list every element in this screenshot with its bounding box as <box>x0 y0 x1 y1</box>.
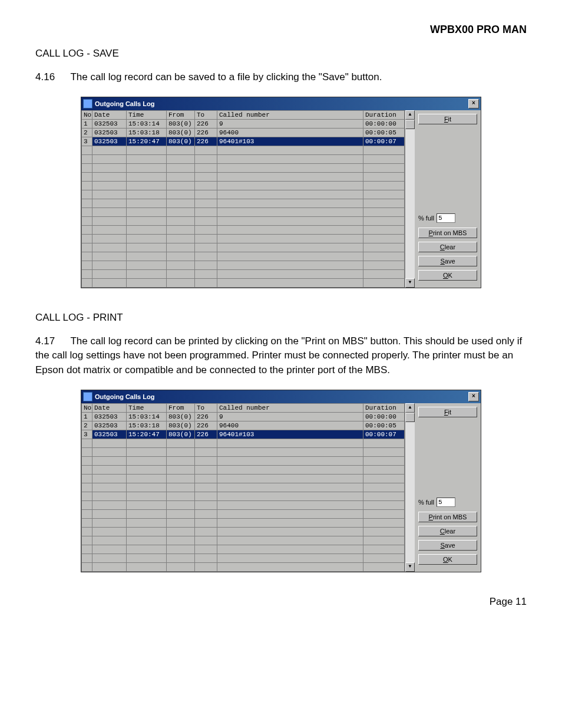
table-row[interactable]: 1 032503 15:03:14 803(0) 226 9 00:00:00 <box>82 412 405 421</box>
table-row[interactable]: 2 032503 15:03:18 803(0) 226 96400 00:00… <box>82 421 405 430</box>
col-called[interactable]: Called number <box>217 110 363 119</box>
table-row[interactable] <box>82 545 405 554</box>
pct-full-input[interactable]: 5 <box>437 498 455 507</box>
app-icon <box>83 392 92 401</box>
table-row[interactable] <box>82 562 405 571</box>
section-save-title: CALL LOG - SAVE <box>35 48 527 60</box>
close-icon[interactable]: × <box>468 392 479 401</box>
table-row[interactable] <box>82 234 405 243</box>
scroll-track[interactable] <box>405 422 415 562</box>
para-save: 4.16 The call log record can be saved to… <box>35 70 527 85</box>
grid-header-row: No Date Time From To Called number Durat… <box>82 110 405 119</box>
table-row-selected[interactable]: 3 032503 15:20:47 803(0) 226 96401#103 0… <box>82 430 405 439</box>
ok-button[interactable]: OK <box>418 554 477 565</box>
table-row[interactable] <box>82 439 405 447</box>
scroll-track[interactable] <box>405 129 415 278</box>
pct-full-label: % full <box>418 215 434 222</box>
fit-button[interactable]: Fit <box>418 114 477 124</box>
table-row[interactable]: 1 032503 15:03:14 803(0) 226 9 00:00:00 <box>82 119 405 128</box>
pct-full-label: % full <box>418 499 434 506</box>
col-time[interactable]: Time <box>127 110 167 119</box>
col-date[interactable]: Date <box>92 110 127 119</box>
side-panel: Fit % full 5 Print on MBS Clear Save OK <box>415 110 481 288</box>
pct-full-input[interactable]: 5 <box>437 213 455 223</box>
vertical-scrollbar[interactable]: ▲ ▼ <box>405 110 415 288</box>
col-date[interactable]: Date <box>92 403 127 412</box>
table-row[interactable] <box>82 509 405 518</box>
table-row[interactable] <box>82 492 405 500</box>
side-panel: Fit % full 5 Print on MBS Clear Save OK <box>415 403 481 572</box>
ok-button[interactable]: OK <box>418 270 477 281</box>
grid-header-row: No Date Time From To Called number Durat… <box>82 403 405 412</box>
para-print-text: The call log record can be printed by cl… <box>35 335 522 375</box>
table-row-selected[interactable]: 3 032503 15:20:47 803(0) 226 96401#103 0… <box>82 137 405 146</box>
outgoing-calls-log-window: Outgoing Calls Log × No Date Time From T… <box>81 390 481 572</box>
table-row[interactable] <box>82 225 405 234</box>
page-number: Page 11 <box>35 596 527 608</box>
table-row[interactable] <box>82 163 405 172</box>
table-row[interactable] <box>82 261 405 269</box>
window-title: Outgoing Calls Log <box>95 393 154 400</box>
table-row[interactable] <box>82 243 405 252</box>
col-called[interactable]: Called number <box>217 403 363 412</box>
table-row[interactable] <box>82 527 405 536</box>
col-to[interactable]: To <box>195 403 217 412</box>
app-icon <box>83 99 92 108</box>
table-row[interactable] <box>82 518 405 527</box>
col-no[interactable]: No <box>82 403 92 412</box>
table-row[interactable]: 2 032503 15:03:18 803(0) 226 96400 00:00… <box>82 128 405 137</box>
table-row[interactable] <box>82 474 405 483</box>
doc-header: WPBX00 PRO MAN <box>35 24 527 36</box>
table-row[interactable] <box>82 447 405 456</box>
table-row[interactable] <box>82 190 405 199</box>
table-row[interactable] <box>82 536 405 545</box>
col-dur[interactable]: Duration <box>363 110 405 119</box>
scroll-thumb[interactable] <box>405 413 415 422</box>
col-no[interactable]: No <box>82 110 92 119</box>
scroll-up-icon[interactable]: ▲ <box>405 110 415 120</box>
scroll-up-icon[interactable]: ▲ <box>405 403 415 413</box>
call-log-grid[interactable]: No Date Time From To Called number Durat… <box>81 403 405 572</box>
fit-button[interactable]: Fit <box>418 407 477 417</box>
call-log-grid[interactable]: No Date Time From To Called number Durat… <box>81 110 405 288</box>
scroll-thumb[interactable] <box>405 120 415 129</box>
col-from[interactable]: From <box>167 403 195 412</box>
para-print: 4.17 The call log record can be printed … <box>35 334 527 378</box>
section-print-title: CALL LOG - PRINT <box>35 312 527 324</box>
para-save-text: The call log record can be saved to a fi… <box>70 71 382 83</box>
table-row[interactable] <box>82 199 405 207</box>
table-row[interactable] <box>82 500 405 509</box>
table-row[interactable] <box>82 181 405 190</box>
scroll-down-icon[interactable]: ▼ <box>405 278 415 288</box>
save-button[interactable]: Save <box>418 540 477 551</box>
table-row[interactable] <box>82 252 405 261</box>
titlebar: Outgoing Calls Log × <box>81 97 481 110</box>
titlebar: Outgoing Calls Log × <box>81 390 481 403</box>
table-row[interactable] <box>82 207 405 216</box>
scroll-down-icon[interactable]: ▼ <box>405 562 415 572</box>
print-on-mbs-button[interactable]: Print on MBS <box>418 228 477 238</box>
col-time[interactable]: Time <box>127 403 167 412</box>
table-row[interactable] <box>82 154 405 163</box>
col-to[interactable]: To <box>195 110 217 119</box>
table-row[interactable] <box>82 172 405 181</box>
table-row[interactable] <box>82 465 405 474</box>
table-row[interactable] <box>82 456 405 465</box>
close-icon[interactable]: × <box>468 99 479 108</box>
clear-button[interactable]: Clear <box>418 242 477 252</box>
print-on-mbs-button[interactable]: Print on MBS <box>418 512 477 522</box>
table-row[interactable] <box>82 483 405 492</box>
table-row[interactable] <box>82 269 405 278</box>
table-row[interactable] <box>82 278 405 287</box>
table-row[interactable] <box>82 554 405 562</box>
save-button[interactable]: Save <box>418 256 477 266</box>
clear-button[interactable]: Clear <box>418 526 477 536</box>
col-dur[interactable]: Duration <box>363 403 405 412</box>
col-from[interactable]: From <box>167 110 195 119</box>
table-row[interactable] <box>82 216 405 225</box>
para-save-num: 4.16 <box>35 70 68 85</box>
vertical-scrollbar[interactable]: ▲ ▼ <box>405 403 415 572</box>
outgoing-calls-log-window: Outgoing Calls Log × No Date Time From T… <box>81 97 481 288</box>
table-row[interactable] <box>82 146 405 154</box>
window-title: Outgoing Calls Log <box>95 100 154 107</box>
